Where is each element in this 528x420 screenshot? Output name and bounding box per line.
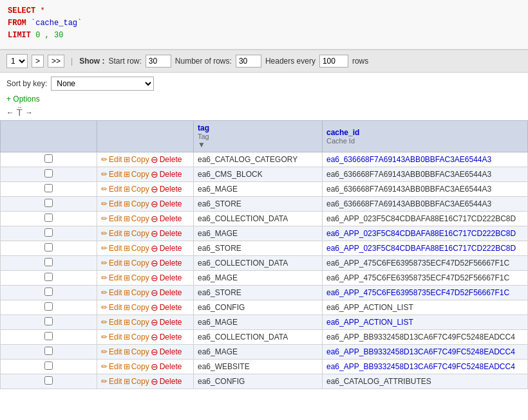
row-checkbox[interactable]: [44, 199, 53, 207]
delete-icon: ⊖: [151, 317, 158, 327]
copy-button[interactable]: Copy: [131, 259, 149, 268]
headers-every-input[interactable]: [319, 55, 348, 68]
num-rows-input[interactable]: [236, 55, 261, 68]
row-checkbox[interactable]: [44, 184, 53, 192]
edit-button[interactable]: Edit: [109, 362, 122, 371]
copy-button[interactable]: Copy: [131, 333, 149, 342]
row-checkbox[interactable]: [44, 317, 53, 325]
edit-button[interactable]: Edit: [109, 347, 122, 356]
copy-button[interactable]: Copy: [131, 303, 149, 312]
options-toggle[interactable]: + Options: [0, 95, 528, 106]
copy-button[interactable]: Copy: [131, 229, 149, 238]
edit-button[interactable]: Edit: [109, 333, 122, 342]
copy-button[interactable]: Copy: [131, 362, 149, 371]
cache-id-cell: ea6_636668F7A69143ABB0BBFAC3AE6544A3: [323, 152, 528, 167]
row-checkbox[interactable]: [44, 288, 53, 296]
copy-button[interactable]: Copy: [131, 155, 149, 164]
delete-icon: ⊖: [151, 288, 158, 298]
delete-button[interactable]: Delete: [160, 214, 182, 223]
delete-button[interactable]: Delete: [160, 185, 182, 194]
copy-button[interactable]: Copy: [131, 347, 149, 356]
copy-icon: ⊞: [124, 185, 130, 194]
cache-id-link[interactable]: ea6_APP_BB9332458D13CA6F7C49FC5248EADCC4: [326, 362, 515, 371]
edit-button[interactable]: Edit: [109, 273, 122, 282]
copy-icon: ⊞: [124, 273, 130, 282]
row-actions-cell: ✏ Edit ⊞ Copy ⊖ Delete: [97, 300, 194, 315]
row-checkbox[interactable]: [44, 273, 53, 281]
cache-id-value: ea6_APP_BB9332458D13CA6F7C49FC5248EADCC4: [326, 333, 515, 342]
delete-button[interactable]: Delete: [160, 199, 182, 208]
row-checkbox[interactable]: [44, 169, 53, 178]
cache-id-link[interactable]: ea6_APP_023F5C84CDBAFA88E16C717CD222BC8D: [326, 244, 516, 253]
row-checkbox[interactable]: [44, 258, 53, 266]
table-row: ✏ Edit ⊞ Copy ⊖ Delete ea6_CMS_BLOCKea6_…: [1, 167, 528, 181]
row-checkbox[interactable]: [44, 361, 53, 370]
delete-button[interactable]: Delete: [160, 318, 182, 327]
delete-button[interactable]: Delete: [160, 377, 182, 386]
tag-cell: ea6_CONFIG: [194, 300, 323, 315]
sql-select-keyword: SELECT: [8, 6, 35, 15]
delete-button[interactable]: Delete: [160, 362, 182, 371]
delete-button[interactable]: Delete: [160, 347, 182, 356]
edit-button[interactable]: Edit: [109, 214, 122, 223]
row-checkbox[interactable]: [44, 302, 53, 311]
last-page-button[interactable]: >>: [48, 55, 64, 68]
start-row-input[interactable]: [146, 55, 171, 68]
sort-select[interactable]: None: [51, 77, 154, 91]
delete-button[interactable]: Delete: [160, 244, 182, 253]
row-checkbox[interactable]: [44, 214, 53, 222]
cache-id-value: ea6_APP_475C6FE63958735ECF47D52F56667F1C: [326, 259, 509, 268]
edit-button[interactable]: Edit: [109, 288, 122, 297]
edit-button[interactable]: Edit: [109, 303, 122, 312]
cache-id-link[interactable]: ea6_APP_ACTION_LIST: [326, 318, 413, 327]
edit-button[interactable]: Edit: [109, 318, 122, 327]
row-checkbox[interactable]: [44, 243, 53, 251]
row-checkbox[interactable]: [44, 228, 53, 237]
edit-button[interactable]: Edit: [109, 170, 122, 179]
delete-button[interactable]: Delete: [160, 273, 182, 282]
row-actions-cell: ✏ Edit ⊞ Copy ⊖ Delete: [97, 196, 194, 211]
delete-button[interactable]: Delete: [160, 288, 182, 297]
cache-id-cell: ea6_APP_475C6FE63958735ECF47D52F56667F1C: [323, 285, 528, 300]
row-checkbox[interactable]: [44, 376, 53, 385]
copy-button[interactable]: Copy: [131, 273, 149, 282]
edit-button[interactable]: Edit: [109, 244, 122, 253]
copy-button[interactable]: Copy: [131, 214, 149, 223]
cache-id-link[interactable]: ea6_APP_475C6FE63958735ECF47D52F56667F1C: [326, 288, 509, 297]
copy-button[interactable]: Copy: [131, 170, 149, 179]
cache-id-link[interactable]: ea6_APP_023F5C84CDBAFA88E16C717CD222BC8D: [326, 229, 516, 238]
edit-button[interactable]: Edit: [109, 199, 122, 208]
delete-button[interactable]: Delete: [160, 333, 182, 342]
th-tag: tag Tag ▼: [194, 120, 323, 152]
delete-icon: ⊖: [151, 169, 158, 179]
edit-button[interactable]: Edit: [109, 377, 122, 386]
copy-button[interactable]: Copy: [131, 185, 149, 194]
copy-icon: ⊞: [124, 377, 130, 386]
edit-pencil-icon: ✏: [101, 185, 108, 194]
cache-id-value: ea6_636668F7A69143ABB0BBFAC3AE6544A3: [326, 185, 491, 194]
edit-button[interactable]: Edit: [109, 185, 122, 194]
copy-button[interactable]: Copy: [131, 199, 149, 208]
delete-button[interactable]: Delete: [160, 229, 182, 238]
delete-button[interactable]: Delete: [160, 155, 182, 164]
copy-button[interactable]: Copy: [131, 244, 149, 253]
edit-button[interactable]: Edit: [109, 229, 122, 238]
copy-button[interactable]: Copy: [131, 377, 149, 386]
row-checkbox[interactable]: [44, 347, 53, 355]
page-select[interactable]: 1: [6, 54, 28, 68]
copy-button[interactable]: Copy: [131, 288, 149, 297]
row-checkbox[interactable]: [44, 332, 53, 340]
edit-button[interactable]: Edit: [109, 259, 122, 268]
cache-id-cell: ea6_APP_475C6FE63958735ECF47D52F56667F1C: [323, 255, 528, 270]
cache-id-link[interactable]: ea6_APP_BB9332458D13CA6F7C49FC5248EADCC4: [326, 347, 515, 356]
cache-id-link[interactable]: ea6_636668F7A69143ABB0BBFAC3AE6544A3: [326, 155, 491, 164]
edit-button[interactable]: Edit: [109, 155, 122, 164]
delete-button[interactable]: Delete: [160, 303, 182, 312]
delete-button[interactable]: Delete: [160, 170, 182, 179]
next-page-button[interactable]: >: [32, 55, 44, 68]
delete-button[interactable]: Delete: [160, 259, 182, 268]
row-actions-cell: ✏ Edit ⊞ Copy ⊖ Delete: [97, 181, 194, 196]
row-checkbox[interactable]: [44, 154, 53, 163]
th-actions: [97, 120, 194, 152]
copy-button[interactable]: Copy: [131, 318, 149, 327]
